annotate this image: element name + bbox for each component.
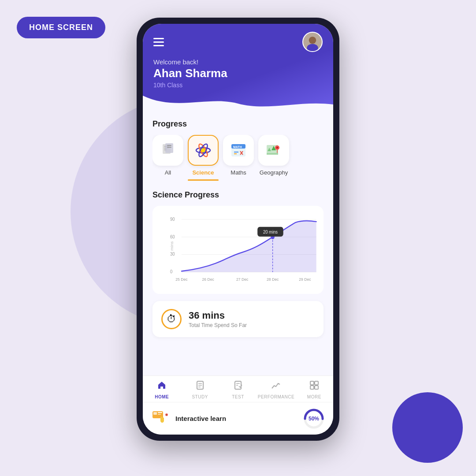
tab-all[interactable]: All — [152, 135, 183, 181]
chart-svg: 90 60 30 0 mins — [170, 213, 318, 290]
svg-point-2 — [307, 44, 318, 52]
interactive-label: Interactive learn — [175, 415, 226, 422]
tab-science-icon — [188, 135, 219, 166]
avatar-image — [303, 32, 322, 52]
svg-text:mins: mins — [170, 241, 174, 250]
header-top-bar — [153, 32, 323, 52]
phone-content: Progress All — [143, 111, 333, 376]
bottom-nav: HOME STUDY — [143, 376, 333, 402]
svg-text:30: 30 — [170, 252, 175, 257]
stats-time: 36 mins — [189, 310, 247, 321]
nav-more[interactable]: MORE — [295, 380, 333, 399]
active-underline — [188, 179, 219, 181]
svg-text:25 Dec: 25 Dec — [175, 277, 188, 282]
stats-label: Total Time Spend So Far — [189, 322, 247, 328]
tab-all-label: All — [165, 169, 171, 176]
nav-test[interactable]: TEST — [219, 380, 257, 399]
svg-rect-56 — [315, 386, 318, 389]
study-icon — [195, 380, 205, 393]
svg-rect-55 — [310, 386, 314, 389]
tab-geography-icon — [258, 135, 289, 166]
user-name: Ahan Sharma — [153, 67, 323, 80]
clock-icon: ⏱ — [161, 309, 182, 329]
nav-home-label: HOME — [155, 394, 169, 399]
svg-text:27 Dec: 27 Dec — [236, 277, 249, 282]
tab-maths[interactable]: MATH Maths — [223, 135, 254, 181]
svg-rect-7 — [165, 143, 173, 153]
user-class: 10th Class — [153, 82, 323, 89]
phone-screen: Welcome back! Ahan Sharma 10th Class Pro… — [143, 24, 333, 435]
stats-info: 36 mins Total Time Spend So Far — [189, 310, 247, 328]
chart-title: Science Progress — [152, 190, 324, 200]
tab-science-label: Science — [192, 169, 214, 176]
svg-text:90: 90 — [170, 216, 175, 222]
svg-rect-8 — [167, 145, 171, 146]
stats-card: ⏱ 36 mins Total Time Spend So Far — [152, 301, 324, 337]
svg-rect-60 — [158, 414, 161, 415]
welcome-text: Welcome back! — [153, 58, 323, 66]
home-icon — [157, 380, 167, 393]
phone-frame: Welcome back! Ahan Sharma 10th Class Pro… — [137, 18, 339, 441]
progress-section-title: Progress — [152, 119, 324, 129]
svg-text:20 mins: 20 mins — [263, 229, 278, 234]
subject-tabs: All Science — [152, 135, 324, 181]
svg-text:26 Dec: 26 Dec — [202, 277, 215, 282]
bg-decoration-circle-small — [392, 392, 463, 463]
avatar[interactable] — [302, 32, 323, 52]
svg-rect-9 — [167, 147, 171, 148]
more-icon — [309, 380, 319, 393]
wave-divider — [143, 96, 333, 112]
nav-home[interactable]: HOME — [143, 380, 181, 399]
svg-rect-58 — [153, 412, 157, 415]
svg-point-62 — [166, 414, 167, 416]
interactive-learn-bar[interactable]: Interactive learn 50% — [143, 402, 333, 435]
svg-text:MATH: MATH — [233, 145, 242, 149]
phone-header: Welcome back! Ahan Sharma 10th Class — [143, 24, 333, 111]
nav-study[interactable]: STUDY — [181, 380, 219, 399]
tab-science[interactable]: Science — [188, 135, 219, 181]
progress-percent: 50% — [309, 416, 319, 422]
tab-geography[interactable]: Geography — [258, 135, 289, 181]
chart-container: 90 60 30 0 mins — [152, 206, 324, 294]
nav-more-label: MORE — [307, 394, 321, 399]
svg-rect-59 — [158, 412, 162, 413]
tab-maths-label: Maths — [231, 169, 246, 176]
svg-point-26 — [276, 147, 278, 149]
nav-performance[interactable]: PERFORMANCE — [257, 380, 295, 399]
svg-text:29 Dec: 29 Dec — [299, 277, 311, 282]
tab-maths-icon: MATH — [223, 135, 254, 166]
progress-circle: 50% — [303, 408, 324, 429]
tab-geography-label: Geography — [260, 169, 288, 176]
interactive-icon — [152, 408, 170, 429]
home-screen-label: HOME SCREEN — [17, 17, 105, 38]
svg-text:0: 0 — [170, 269, 173, 275]
nav-study-label: STUDY — [192, 394, 208, 399]
hamburger-menu[interactable] — [153, 38, 164, 46]
svg-rect-54 — [315, 381, 318, 385]
svg-text:28 Dec: 28 Dec — [267, 277, 279, 282]
svg-point-1 — [309, 37, 316, 44]
svg-rect-53 — [310, 381, 314, 385]
performance-icon — [271, 380, 281, 393]
nav-performance-label: PERFORMANCE — [258, 394, 294, 399]
svg-rect-24 — [267, 153, 278, 155]
test-icon — [233, 380, 243, 393]
interactive-left: Interactive learn — [152, 408, 226, 429]
tab-all-icon — [152, 135, 183, 166]
svg-text:60: 60 — [170, 234, 175, 239]
nav-test-label: TEST — [232, 394, 244, 399]
